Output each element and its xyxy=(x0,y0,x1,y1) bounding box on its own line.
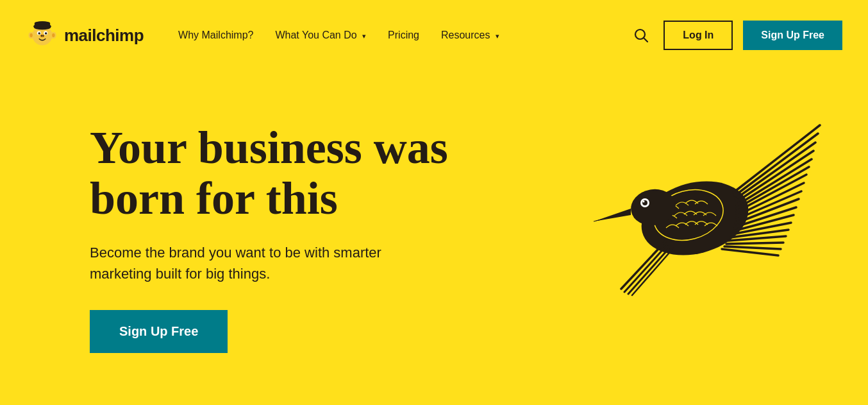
svg-line-44 xyxy=(594,212,631,221)
svg-line-38 xyxy=(722,249,778,255)
login-button[interactable]: Log In xyxy=(664,21,733,50)
svg-line-46 xyxy=(624,244,668,292)
hero-content: Your business was born for this Become t… xyxy=(90,123,526,353)
logo[interactable]: mailchimp xyxy=(26,19,144,52)
hero-signup-button[interactable]: Sign Up Free xyxy=(90,310,228,353)
chevron-down-icon: ▾ xyxy=(362,32,366,40)
nav-resources[interactable]: Resources ▾ xyxy=(432,24,508,46)
nav-links: Why Mailchimp? What You Can Do ▾ Pricing… xyxy=(169,24,629,46)
nav-what-you-can-do[interactable]: What You Can Do ▾ xyxy=(266,24,375,46)
nav-actions: Log In Sign Up Free xyxy=(629,21,842,50)
bird-icon xyxy=(567,90,823,334)
mailchimp-logo-icon xyxy=(26,19,59,52)
hero-section: Your business was born for this Become t… xyxy=(0,71,868,405)
nav-signup-button[interactable]: Sign Up Free xyxy=(743,21,842,50)
nav-why-mailchimp[interactable]: Why Mailchimp? xyxy=(169,24,262,46)
bird-illustration xyxy=(560,77,830,347)
svg-point-7 xyxy=(45,32,47,34)
svg-point-13 xyxy=(30,33,33,37)
nav-pricing[interactable]: Pricing xyxy=(379,24,428,46)
logo-text: mailchimp xyxy=(64,26,144,46)
svg-line-19 xyxy=(644,39,648,42)
hero-title: Your business was born for this xyxy=(90,123,526,224)
svg-point-9 xyxy=(41,35,42,37)
search-button[interactable] xyxy=(629,23,653,47)
svg-point-6 xyxy=(38,32,40,34)
svg-line-47 xyxy=(628,246,671,294)
search-icon xyxy=(634,28,648,42)
svg-point-17 xyxy=(35,21,50,24)
svg-point-43 xyxy=(643,201,645,203)
svg-line-21 xyxy=(733,125,820,193)
chevron-down-icon: ▾ xyxy=(496,32,499,40)
svg-line-36 xyxy=(726,243,783,244)
svg-point-10 xyxy=(42,35,44,37)
svg-line-37 xyxy=(724,246,781,249)
svg-point-14 xyxy=(52,33,54,37)
hero-subtitle: Become the brand you want to be with sma… xyxy=(90,242,410,284)
navigation: mailchimp Why Mailchimp? What You Can Do… xyxy=(0,0,868,71)
svg-point-8 xyxy=(40,34,45,37)
